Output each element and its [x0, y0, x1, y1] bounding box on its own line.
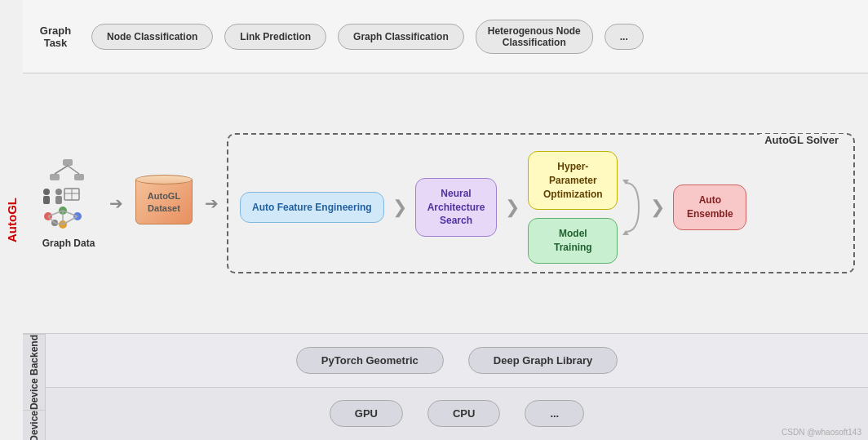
svg-line-21 [63, 216, 78, 224]
graph-data-icons [38, 158, 100, 231]
svg-rect-6 [43, 196, 50, 204]
svg-rect-0 [63, 159, 73, 166]
gpu-pill: GPU [330, 400, 403, 427]
arrow-4: ❯ [505, 197, 520, 218]
model-training-box: ModelTraining [528, 218, 618, 264]
graph-task-row: GraphTask Node Classification Link Predi… [23, 0, 868, 73]
backend-label-cell: Device Backend [23, 335, 45, 411]
svg-rect-8 [55, 196, 62, 204]
task-pill-graph: Graph Classification [338, 24, 464, 50]
arrow-5: ❯ [650, 197, 665, 218]
task-pill-hetero: Heterogenous NodeClassification [476, 20, 593, 54]
bottom-device: Device Backend Device PyTorch Geometric … [23, 334, 868, 440]
task-pills: Node Classification Link Prediction Grap… [91, 20, 644, 54]
backend-row: PyTorch Geometric Deep Graph Library [46, 334, 868, 388]
graph-data-label: Graph Data [42, 238, 95, 249]
svg-rect-3 [50, 174, 60, 180]
svg-line-2 [68, 166, 79, 174]
auto-ensemble-box: AutoEnsemble [673, 184, 746, 230]
svg-line-1 [55, 166, 68, 174]
solver-box: AutoGL Solver Auto Feature Engineering ❯ [227, 133, 855, 273]
hpo-model-wrapper: Hyper-ParameterOptimization ModelTrainin… [528, 151, 642, 264]
cpu-pill: CPU [427, 400, 500, 427]
autogl-content: Graph Data ➔ AutoGLDataset [23, 73, 868, 333]
curved-arrows-svg [621, 175, 642, 240]
hpo-box: Hyper-ParameterOptimization [528, 151, 618, 210]
device-label-cell: Device [23, 411, 45, 440]
dataset-cylinder: AutoGLDataset [131, 175, 197, 232]
svg-point-5 [43, 189, 50, 195]
solver-title: AutoGL Solver [760, 134, 844, 146]
autogl-row: Graph Data ➔ AutoGLDataset [23, 73, 868, 334]
hpo-model-group: Hyper-ParameterOptimization ModelTrainin… [528, 151, 618, 264]
task-pill-node: Node Classification [91, 24, 213, 50]
solver-inner: Auto Feature Engineering ❯ NeuralArchite… [240, 143, 842, 264]
pytorch-pill: PyTorch Geometric [296, 347, 444, 374]
backend-label: Device Backend [29, 335, 40, 410]
bottom-device-content: PyTorch Geometric Deep Graph Library GPU… [46, 334, 868, 440]
arrow-1: ➔ [109, 193, 123, 213]
device-backend-labels: Device Backend Device [23, 334, 46, 440]
svg-rect-4 [74, 174, 84, 180]
autogl-label: AutoGL [2, 198, 22, 242]
graph-data-area: Graph Data [36, 158, 101, 249]
graph-task-label: GraphTask [31, 24, 80, 49]
svg-point-7 [55, 189, 62, 195]
more-pill: ... [525, 400, 584, 427]
dgl-pill: Deep Graph Library [468, 347, 618, 374]
device-row: GPU CPU ... [46, 388, 868, 441]
task-pill-link: Link Prediction [224, 24, 326, 50]
arrow-3: ❯ [392, 197, 407, 218]
watermark: CSDN @whaosoft143 [782, 428, 861, 437]
task-pill-more: ... [604, 24, 644, 50]
arrow-2: ➔ [205, 193, 219, 213]
autogl-side-label: AutoGL [0, 0, 23, 440]
auto-feature-box: Auto Feature Engineering [240, 192, 384, 224]
neural-arch-box: NeuralArchitectureSearch [415, 178, 498, 237]
device-label: Device [29, 411, 40, 440]
